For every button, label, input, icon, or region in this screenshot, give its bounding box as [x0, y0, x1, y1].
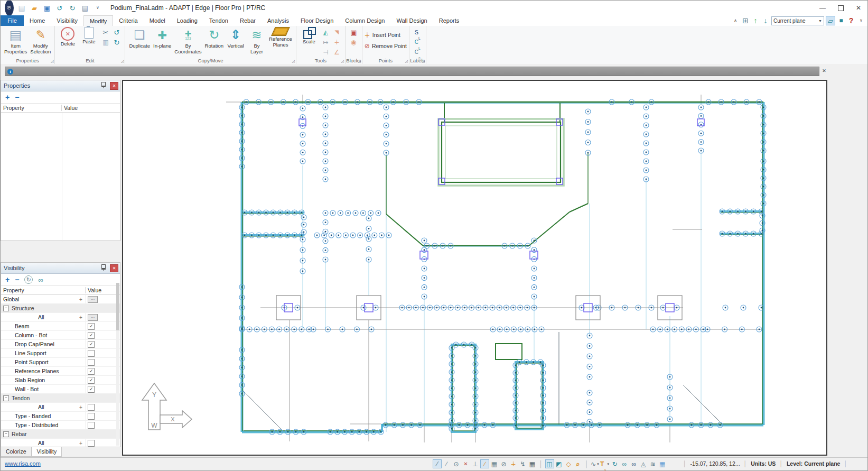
tab-modify[interactable]: Modify: [83, 15, 113, 26]
delete-button[interactable]: ✕Delete: [57, 26, 78, 48]
help-icon[interactable]: ?: [847, 16, 855, 25]
render-icon[interactable]: ◬: [639, 459, 648, 468]
modify-selection-button[interactable]: ✎Modify Selection: [29, 26, 52, 55]
bottom-tab-visibility[interactable]: Visibility: [32, 447, 62, 457]
snap-perpendicular-icon[interactable]: ⊥: [471, 459, 480, 468]
polyline-mode-icon[interactable]: ∿▼: [591, 459, 600, 468]
visibility-row-slab-region[interactable]: Slab Region✓: [1, 376, 120, 385]
remove-icon[interactable]: −: [15, 276, 19, 283]
rotation-button[interactable]: ↻Rotation: [203, 26, 225, 50]
redo-button[interactable]: ↻: [111, 38, 122, 47]
dialog-launcher-icon[interactable]: ◿: [51, 59, 53, 63]
dialog-launcher-icon[interactable]: ◿: [341, 59, 343, 63]
checkbox[interactable]: [88, 404, 95, 411]
checkbox[interactable]: [88, 350, 95, 357]
visibility-row-point-support[interactable]: Point Support: [1, 358, 120, 367]
snap-intersection-icon[interactable]: ✕: [461, 459, 470, 468]
plane-selector[interactable]: Current plane▼: [771, 16, 824, 25]
visibility-row-structure[interactable]: −Structure: [1, 304, 120, 313]
expand-icon[interactable]: +: [79, 404, 82, 410]
dialog-launcher-icon[interactable]: ◿: [405, 59, 407, 63]
tab-reports[interactable]: Reports: [433, 15, 465, 26]
add-icon[interactable]: +: [5, 94, 10, 101]
properties-close-button[interactable]: ✕: [110, 82, 118, 90]
visibility-row-type-banded[interactable]: Type - Banded: [1, 412, 120, 421]
reference-planes-button[interactable]: Reference Planes: [267, 26, 294, 48]
tab-file[interactable]: File: [1, 15, 24, 26]
tab-home[interactable]: Home: [24, 15, 51, 26]
checkbox[interactable]: [88, 422, 95, 429]
more-icon[interactable]: ∨: [857, 16, 865, 25]
level-up-icon[interactable]: ↑: [751, 16, 760, 25]
label-general-button[interactable]: C▯: [413, 48, 423, 57]
in-plane-button[interactable]: ✚In-plane: [152, 26, 173, 50]
insert-point-button[interactable]: ∔Insert Point: [365, 31, 407, 39]
snap-center-icon[interactable]: ⊙: [452, 459, 461, 468]
open-folder-icon[interactable]: ▰: [29, 3, 40, 13]
risa-link[interactable]: www.risa.com: [5, 460, 41, 467]
info-bar-close-button[interactable]: ✕: [820, 67, 828, 75]
zoom-icon[interactable]: ⌕: [574, 459, 583, 468]
scale-button[interactable]: Scale: [298, 26, 320, 45]
level-indicator[interactable]: Level: Current plane: [787, 460, 841, 467]
checkbox[interactable]: [88, 440, 95, 447]
layers-icon[interactable]: ≋: [648, 459, 657, 468]
ribbon-collapse-icon[interactable]: ∧: [731, 16, 740, 25]
bottom-tab-colorize[interactable]: Colorize: [1, 447, 32, 457]
snap-tangent-icon[interactable]: ⊘: [499, 459, 508, 468]
add-icon[interactable]: +: [5, 276, 10, 283]
refresh-icon[interactable]: ↻: [24, 275, 33, 284]
checkbox[interactable]: ✓: [88, 332, 95, 339]
visibility-row-type-distributed[interactable]: Type - Distributed: [1, 421, 120, 430]
properties-list[interactable]: [1, 113, 120, 242]
visibility-scrollbar[interactable]: [116, 283, 119, 446]
visibility-row-global[interactable]: Global+…: [1, 295, 120, 304]
visibility-row-column-bot[interactable]: Column - Bot✓: [1, 331, 120, 340]
pin-icon[interactable]: [101, 82, 106, 87]
duplicate-button[interactable]: ❏Duplicate: [127, 26, 152, 50]
visibility-row-all[interactable]: All+…: [1, 313, 120, 322]
visibility-row-all[interactable]: All+: [1, 439, 120, 448]
checkbox[interactable]: ✓: [88, 323, 95, 330]
visibility-row-drop-cap-panel[interactable]: Drop Cap/Panel✓: [1, 340, 120, 349]
paste-button[interactable]: Paste: [78, 26, 99, 45]
dialog-launcher-icon[interactable]: ◿: [422, 59, 424, 63]
glasses-dark-icon[interactable]: ∞: [629, 459, 638, 468]
drawing-canvas[interactable]: YWX: [122, 80, 827, 456]
solid-view-icon[interactable]: ■: [837, 16, 845, 25]
visibility-row-reference-planes[interactable]: Reference Planes✓: [1, 367, 120, 376]
floor-plan[interactable]: YWX: [123, 81, 826, 455]
view-iso-icon[interactable]: ◇: [564, 459, 573, 468]
tab-visibility[interactable]: Visibility: [51, 15, 83, 26]
collapse-icon[interactable]: −: [3, 395, 9, 401]
visibility-row-wall-bot[interactable]: Wall - Bot✓: [1, 385, 120, 394]
visibility-row-beam[interactable]: Beam✓: [1, 322, 120, 331]
qat-more-icon[interactable]: ∨: [92, 3, 103, 13]
view-wireframe-icon[interactable]: ◫: [545, 459, 554, 468]
undo-icon[interactable]: ↺: [54, 3, 65, 13]
copy-button[interactable]: ▥: [100, 38, 110, 47]
expand-icon[interactable]: +: [79, 315, 82, 320]
isolate-icon[interactable]: ∞: [38, 276, 43, 283]
vertical-button[interactable]: ⇕Vertical: [225, 26, 246, 50]
checkbox[interactable]: [88, 413, 95, 420]
remove-icon[interactable]: −: [15, 94, 19, 101]
save-icon[interactable]: ▣: [42, 3, 52, 13]
visibility-row-tendon[interactable]: −Tendon: [1, 394, 120, 403]
glasses-icon[interactable]: ∞: [620, 459, 629, 468]
tab-analysis[interactable]: Analysis: [262, 15, 295, 26]
table-grid-icon[interactable]: ▦: [658, 459, 667, 468]
tab-loading[interactable]: Loading: [171, 15, 203, 26]
tab-tendon[interactable]: Tendon: [203, 15, 234, 26]
collapse-icon[interactable]: −: [3, 431, 9, 437]
snap-nearest-icon[interactable]: ∕: [480, 459, 489, 468]
refresh-view-icon[interactable]: ↻: [610, 459, 619, 468]
visibility-close-button[interactable]: ✕: [110, 264, 118, 272]
snap-point-icon[interactable]: ∔: [509, 459, 518, 468]
expand-icon[interactable]: +: [79, 440, 82, 446]
options-button[interactable]: …: [88, 296, 98, 303]
print-icon[interactable]: ▤: [80, 3, 90, 13]
view-solid-icon[interactable]: ◩: [555, 459, 564, 468]
expand-icon[interactable]: +: [79, 297, 82, 302]
trim-button[interactable]: ⊣: [321, 48, 331, 57]
